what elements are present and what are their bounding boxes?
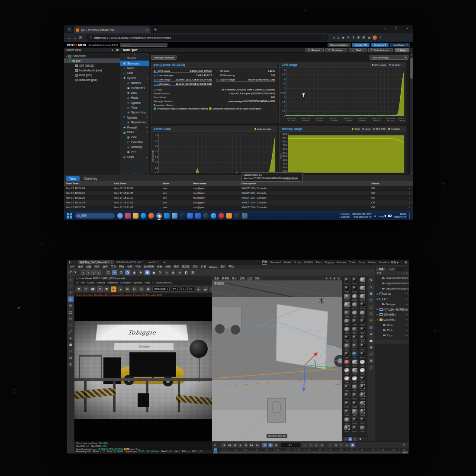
tree-toolbar-icon[interactable]: ✱ — [406, 272, 408, 274]
column-header[interactable]: Start Time ↓ — [66, 182, 114, 185]
timeline-ruler[interactable]: 051015202530354045505560657075808590 — [212, 448, 409, 451]
lv-menu-item[interactable]: Objects — [96, 281, 105, 284]
steam[interactable] — [180, 213, 185, 219]
tree-item[interactable]: ▾pve — [64, 58, 120, 63]
material-thumbnail[interactable]: 拉丝 — [343, 318, 351, 326]
snap-icon[interactable]: ∪ — [68, 348, 74, 354]
menu-item[interactable]: 网格 — [119, 265, 124, 269]
viewport-icon[interactable]: ▣ — [333, 277, 335, 280]
move-icon[interactable]: + — [112, 270, 117, 275]
menu-item[interactable]: ▩ZFS — [120, 149, 149, 154]
axis-lock-button[interactable]: L — [96, 270, 101, 275]
object-tree-item[interactable]: ⊞MS-02 — [375, 291, 409, 296]
legend-item[interactable]: Load average — [254, 128, 272, 130]
edge-beta[interactable] — [211, 213, 216, 219]
material-thumbnail[interactable]: OcRO — [343, 392, 351, 400]
tab-tasks[interactable]: Tasks — [66, 176, 80, 181]
material-thumbnail[interactable]: OcRO — [343, 425, 351, 433]
camera-lock-icon[interactable]: ● — [196, 286, 201, 292]
kernel-select[interactable]: PT▾ — [171, 286, 180, 292]
layout-tab[interactable]: Animate — [337, 261, 346, 264]
terminal[interactable] — [234, 213, 240, 219]
model-mode-icon[interactable]: ◼ — [68, 342, 74, 347]
menu-item[interactable]: 动画 — [165, 265, 170, 269]
rotate-icon[interactable]: ⟳ — [125, 270, 130, 275]
tab-close-icon[interactable]: × — [146, 29, 148, 32]
file-explorer[interactable] — [133, 213, 138, 219]
material-thumbnail[interactable]: 车漆 — [351, 318, 358, 326]
grid-icon[interactable]: ⊞ — [190, 270, 195, 275]
panel-icon[interactable]: ○ — [404, 268, 405, 270]
table-row[interactable]: Nov 17 18:21:20Nov 17 18:21:23pveroot@pa… — [64, 196, 413, 200]
material-thumbnail[interactable]: OcRO — [359, 293, 366, 301]
material-thumbnail[interactable]: 布纹 — [343, 285, 351, 293]
menu-item[interactable]: 样条 — [135, 265, 141, 269]
content-scrollbar[interactable]: ▲▼ — [409, 53, 413, 175]
viewport-menu-item[interactable]: 查看 — [214, 277, 219, 280]
reading-list-icon[interactable]: ≡ — [333, 36, 335, 39]
vscode[interactable] — [164, 213, 170, 219]
material-thumbnail[interactable]: 白色 — [343, 376, 351, 383]
material-thumbnail[interactable]: 风扇 — [359, 334, 366, 342]
material-thumbnail[interactable]: OcND — [351, 293, 358, 301]
menu-item[interactable]: ▯Notes — [120, 66, 149, 71]
material-thumbnail[interactable]: OcRO — [343, 302, 351, 309]
solo-icon[interactable]: ◎ — [68, 361, 74, 367]
viewport-menu-item[interactable]: 过滤 — [247, 277, 252, 280]
settings-icon[interactable]: ✱ — [76, 286, 82, 292]
edges-mode-icon[interactable]: ╱ — [68, 329, 74, 334]
material-thumbnail[interactable]: jpeg — [351, 310, 358, 318]
panel-icon[interactable]: ▼ — [406, 268, 408, 270]
material-thumbnail[interactable]: OcRO — [359, 285, 366, 293]
menu-item[interactable]: Octane — [209, 266, 217, 268]
menu-item[interactable]: ≣System Log — [120, 110, 149, 115]
perf-monitor[interactable]: CPU 18% CPU 56°CRAM 26% GPU 7% — [352, 213, 372, 219]
tree-toolbar-icon[interactable]: ▼ — [403, 272, 405, 274]
object-tree-item[interactable]: Obj3d66-9765205-195-966 — [375, 281, 409, 286]
undo-icon[interactable]: ↶ — [69, 270, 72, 274]
translate-icon[interactable]: A — [338, 36, 340, 39]
pingpong-icon[interactable]: ⇄ — [268, 443, 273, 447]
menu-item[interactable]: 扩展 — [201, 265, 206, 269]
camera-icon[interactable]: ▣ — [368, 338, 374, 344]
column-header[interactable]: Description — [241, 182, 371, 185]
create-ct-button[interactable]: Create CT — [371, 43, 389, 47]
node-action-button[interactable]: ?Help — [395, 48, 409, 52]
material-thumbnail[interactable]: OcRO — [343, 293, 351, 301]
lv-menu-item[interactable]: Compare — [120, 281, 131, 284]
lock-resolution-icon[interactable] — [111, 286, 116, 292]
material-thumbnail[interactable]: Oc红 — [343, 359, 351, 367]
menu-item[interactable]: ▢LVM-Thin — [120, 140, 149, 145]
material-thumbnail[interactable]: OcRO — [359, 400, 366, 408]
node-action-button[interactable]: ⊙Shutdown — [325, 48, 347, 52]
thumbnail-size-slider[interactable] — [358, 439, 366, 439]
app-orange[interactable] — [226, 213, 232, 219]
object-tree-item[interactable]: Obj3d66-9765205-1-954 — [375, 276, 409, 281]
material-thumbnail[interactable]: OcND — [351, 392, 358, 400]
browser-tab[interactable]: pve - Proxmox Virtual Envi × — [74, 26, 151, 33]
menu-item[interactable]: ◍Ceph▸ — [120, 154, 149, 159]
legend-item[interactable]: Used — [362, 128, 370, 130]
render-view-icon[interactable]: ▣ — [145, 270, 150, 275]
xpresso-icon[interactable]: ⊿ — [368, 351, 374, 357]
sidebar-icon[interactable]: ▤ — [362, 36, 365, 39]
material-thumbnail[interactable]: OcRO — [359, 425, 366, 433]
material-node-icon[interactable]: ◈ — [368, 344, 374, 350]
render-settings-icon[interactable]: ✱ — [138, 270, 143, 275]
material-thumbnail[interactable]: 白球 — [359, 367, 366, 375]
prev-key-icon[interactable]: ◀◀ — [227, 443, 232, 447]
material-thumbnail[interactable]: FLOC — [359, 351, 366, 359]
chevron-right-icon[interactable]: › — [274, 107, 275, 110]
subdivision-icon[interactable]: ◻ — [368, 304, 374, 310]
close-button[interactable]: × — [402, 25, 413, 32]
browser-menu-icon[interactable]: ⋮ — [379, 36, 382, 39]
tab-cluster-log[interactable]: Cluster log — [80, 176, 100, 181]
menu-item[interactable]: ◎Hosts — [120, 95, 149, 100]
menu-item[interactable]: ▣Certificates — [120, 85, 149, 90]
start-button[interactable] — [67, 213, 72, 219]
download-icon[interactable]: ⬇ — [352, 36, 355, 39]
panel-tab[interactable]: 场次 — [387, 267, 397, 271]
autokey-icon[interactable]: A — [308, 443, 313, 447]
document-tab[interactable]: MS-02-Ultra2018.c4d * — [114, 260, 146, 264]
menu-item[interactable]: 创建 — [86, 265, 91, 269]
